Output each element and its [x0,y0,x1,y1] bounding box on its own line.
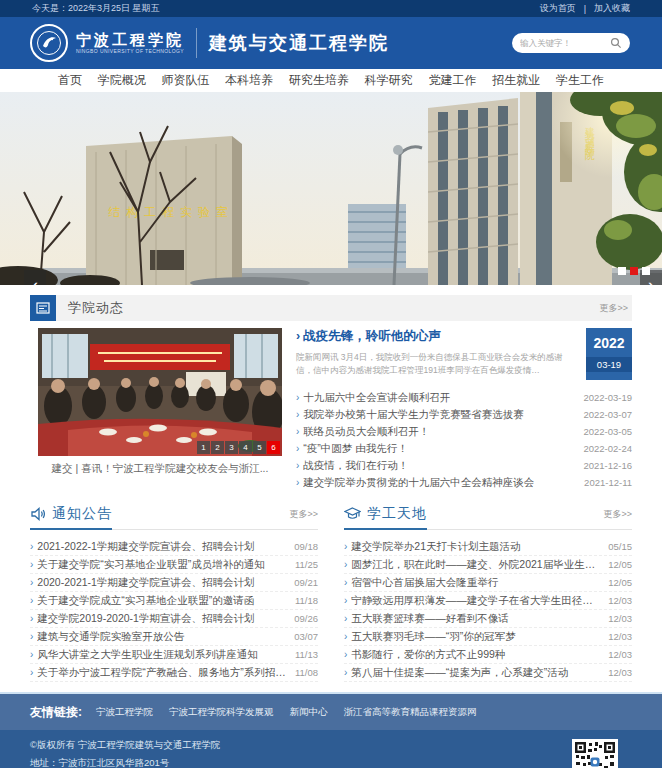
bullet-icon: › [296,426,299,437]
carousel-dot[interactable] [630,267,638,275]
friend-link[interactable]: 宁波工程学院 [96,706,153,719]
search-input[interactable] [520,38,610,48]
news-photo[interactable]: 123456 [38,328,282,456]
news-item-title[interactable]: “疫”中圆梦 由我先行！ [303,442,575,456]
notice-item[interactable]: › 2020-2021-1学期建交学院宣讲会、招聘会计划 09/21 [30,574,318,592]
nav-item[interactable]: 本科培养 [225,72,273,89]
friend-link[interactable]: 宁波工程学院科学发展观 [169,706,274,719]
bullet-icon: › [296,460,299,471]
search-box[interactable] [512,33,630,53]
notices-more-link[interactable]: 更多>> [289,508,318,521]
student-work-item-title[interactable]: 书影随行，爱你的方式不止999种 [351,648,600,662]
friend-link[interactable]: 浙江省高等教育精品课程资源网 [344,706,477,719]
news-item-title[interactable]: 战疫情，我们在行动！ [303,459,575,473]
student-work-item[interactable]: › 书影随行，爱你的方式不止999种 12/03 [344,646,632,664]
news-photo-block: 123456 建交 | 喜讯！宁波工程学院建交校友会与浙江... [38,328,282,491]
notice-item-title[interactable]: 2021-2022-1学期建交学院宣讲会、招聘会计划 [37,540,286,554]
notice-item[interactable]: › 关于举办宁波工程学院“产教融合、服务地方”系列招聘会建交专场的通知 11/0… [30,664,318,682]
notice-item[interactable]: › 2021-2022-1学期建交学院宣讲会、招聘会计划 09/18 [30,538,318,556]
friend-link[interactable]: 新闻中心 [290,706,328,719]
notice-item-title[interactable]: 关于建交学院“实习基地企业联盟”成员增补的通知 [37,558,287,572]
photo-page-number[interactable]: 2 [211,441,224,454]
news-list-item[interactable]: › 建交学院举办贯彻党的十九届六中全会精神座谈会 2021-12-11 [296,474,632,491]
university-logo[interactable] [30,24,68,62]
notice-item-title[interactable]: 关于举办宁波工程学院“产教融合、服务地方”系列招聘会建交专场的通知 [37,666,287,680]
student-work-more-link[interactable]: 更多>> [603,508,632,521]
bullet-icon: › [344,631,347,642]
nav-item[interactable]: 党建工作 [429,72,477,89]
bullet-icon: › [30,631,33,642]
photo-page-number[interactable]: 5 [253,441,266,454]
photo-page-number[interactable]: 1 [197,441,210,454]
notice-item[interactable]: › 风华大讲堂之大学生职业生涯规划系列讲座通知 11/13 [30,646,318,664]
photo-page-number[interactable]: 6 [267,441,280,454]
notice-item[interactable]: › 关于建交学院“实习基地企业联盟”成员增补的通知 11/25 [30,556,318,574]
student-work-item[interactable]: › 五大联赛篮球赛——好看到不像话 12/03 [344,610,632,628]
student-work-item[interactable]: › 圆梦江北，职在此时——建交、外院2021届毕业生专场招聘会 12/05 [344,556,632,574]
featured-article[interactable]: ›战疫先锋，聆听他的心声 院新闻网讯 3月4日，我院收到一份来自德保县工商业联合… [296,328,632,380]
bullet-icon: › [30,595,33,606]
photo-page-number[interactable]: 3 [225,441,238,454]
nav-item[interactable]: 招生就业 [492,72,540,89]
nav-item[interactable]: 师资队伍 [162,72,210,89]
student-work-item-title[interactable]: 五大联赛篮球赛——好看到不像话 [351,612,600,626]
carousel-prev-button[interactable]: ‹ [24,270,46,285]
news-item-title[interactable]: 建交学院举办贯彻党的十九届六中全会精神座谈会 [303,476,576,490]
university-name-cn: 宁波工程学院 [76,32,184,48]
student-work-item-date: 05/15 [608,541,632,552]
news-list-item[interactable]: › 十九届六中全会宣讲会顺利召开 2022-03-19 [296,389,632,406]
news-item-date: 2022-02-24 [583,443,632,454]
news-list-block: ›战疫先锋，聆听他的心声 院新闻网讯 3月4日，我院收到一份来自德保县工商业联合… [296,328,632,491]
student-work-item-title[interactable]: 五大联赛羽毛球——“羽”你的冠军梦 [351,630,600,644]
news-list-item[interactable]: › 战疫情，我们在行动！ 2021-12-16 [296,457,632,474]
news-item-title[interactable]: 十九届六中全会宣讲会顺利召开 [303,391,575,405]
news-list-item[interactable]: › “疫”中圆梦 由我先行！ 2022-02-24 [296,440,632,457]
notice-item-title[interactable]: 建交学院2019-2020-1学期宣讲会、招聘会计划 [37,612,286,626]
photo-caption[interactable]: 建交 | 喜讯！宁波工程学院建交校友会与浙江... [38,462,282,476]
notice-item-title[interactable]: 2020-2021-1学期建交学院宣讲会、招聘会计划 [37,576,286,590]
nav-item[interactable]: 学生工作 [556,72,604,89]
friend-links-label: 友情链接: [30,704,82,721]
student-work-item-title[interactable]: 宁静致远用厚积薄发——建交学子在省大学生田径锦标赛中勇夺一金一铜 [351,594,600,608]
set-homepage-link[interactable]: 设为首页 [540,2,576,15]
nav-item[interactable]: 研究生培养 [289,72,349,89]
news-list-item[interactable]: › 联络员动员大会顺利召开！ 2022-03-05 [296,423,632,440]
today-date-text: 今天是：2022年3月25日 星期五 [32,2,160,15]
notice-item[interactable]: › 关于建交学院成立“实习基地企业联盟”的邀请函 11/18 [30,592,318,610]
student-work-item[interactable]: › 建交学院举办21天打卡计划主题活动 05/15 [344,538,632,556]
notice-item-title[interactable]: 建筑与交通学院实验室开放公告 [37,630,286,644]
featured-article-title[interactable]: 战疫先锋，聆听他的心声 [303,329,441,343]
news-list-item[interactable]: › 我院举办校第十届大学生力学竞赛暨省赛选拔赛 2022-03-07 [296,406,632,423]
carousel-dot[interactable] [618,267,626,275]
student-work-list: › 建交学院举办21天打卡计划主题活动 05/15 › 圆梦江北，职在此时——建… [344,538,632,682]
notice-item[interactable]: › 建筑与交通学院实验室开放公告 03/07 [30,628,318,646]
notice-item-title[interactable]: 关于建交学院成立“实习基地企业联盟”的邀请函 [37,594,287,608]
college-news-more-link[interactable]: 更多>> [599,302,628,315]
student-work-section: 学工天地 更多>> › 建交学院举办21天打卡计划主题活动 05/15 › 圆梦… [344,505,632,682]
bullet-icon: › [344,559,347,570]
nav-item[interactable]: 首页 [58,72,82,89]
student-work-item[interactable]: › 五大联赛羽毛球——“羽”你的冠军梦 12/03 [344,628,632,646]
notice-item-date: 11/18 [295,595,318,606]
student-work-item[interactable]: › 第八届十佳提案——“提案为声，心系建交”活动 12/03 [344,664,632,682]
student-work-item-title[interactable]: 圆梦江北，职在此时——建交、外院2021届毕业生专场招聘会 [351,558,600,572]
nav-item[interactable]: 科学研究 [365,72,413,89]
add-favorite-link[interactable]: 加入收藏 [594,2,630,15]
featured-date-year: 2022 [586,328,632,351]
student-work-item-title[interactable]: 建交学院举办21天打卡计划主题活动 [351,540,600,554]
student-work-item[interactable]: › 宿管中心首届换届大会隆重举行 12/05 [344,574,632,592]
news-item-title[interactable]: 我院举办校第十届大学生力学竞赛暨省赛选拔赛 [303,408,575,422]
notice-item[interactable]: › 建交学院2019-2020-1学期宣讲会、招聘会计划 09/26 [30,610,318,628]
student-work-item-title[interactable]: 第八届十佳提案——“提案为声，心系建交”活动 [351,666,600,680]
nav-item[interactable]: 学院概况 [98,72,146,89]
search-icon[interactable] [610,37,622,49]
student-work-item-title[interactable]: 宿管中心首届换届大会隆重举行 [351,576,600,590]
college-news-section-header: 学院动态 更多>> [30,295,632,321]
bottom-sections: 通知公告 更多>> › 2021-2022-1学期建交学院宣讲会、招聘会计划 0… [30,505,632,682]
carousel-dot[interactable] [642,267,650,275]
notice-item-title[interactable]: 风华大讲堂之大学生职业生涯规划系列讲座通知 [37,648,287,662]
chevron-left-icon: ‹ [32,275,38,286]
student-work-item[interactable]: › 宁静致远用厚积薄发——建交学子在省大学生田径锦标赛中勇夺一金一铜 12/03 [344,592,632,610]
photo-page-number[interactable]: 4 [239,441,252,454]
news-item-title[interactable]: 联络员动员大会顺利召开！ [303,425,575,439]
